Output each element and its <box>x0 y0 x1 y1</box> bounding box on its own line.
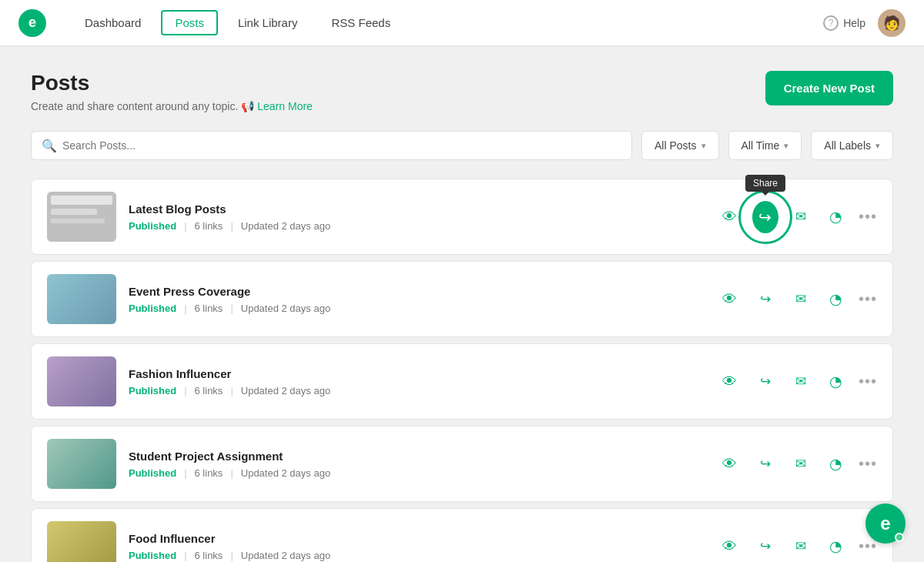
megaphone-icon: 📢 <box>241 100 254 112</box>
post-title: Food Influencer <box>129 532 705 545</box>
filters-row: 🔍 All Posts ▾ All Time ▾ All Labels ▾ <box>31 131 893 160</box>
navbar: e Dashboard Posts Link Library RSS Feeds… <box>0 0 924 46</box>
post-updated: Updated 2 days ago <box>241 385 330 396</box>
status-badge: Published <box>129 303 176 314</box>
post-info: Food Influencer Published | 6 links | Up… <box>129 532 705 561</box>
email-button[interactable]: ✉ <box>788 534 814 560</box>
post-actions: 👁 ↪ ✉ ◔ ••• <box>717 534 877 560</box>
post-row: Fashion Influencer Published | 6 links |… <box>31 343 893 420</box>
post-title: Fashion Influencer <box>129 367 705 380</box>
view-button[interactable]: 👁 <box>717 204 743 230</box>
post-actions: 👁 Share ↪ ✉ ◔ ••• <box>717 204 877 230</box>
post-meta: Published | 6 links | Updated 2 days ago <box>129 220 705 232</box>
post-updated: Updated 2 days ago <box>241 550 330 561</box>
subtitle-text: Create and share content around any topi… <box>31 100 238 112</box>
share-tooltip: Share <box>745 175 785 192</box>
view-button[interactable]: 👁 <box>717 451 743 477</box>
nav-posts[interactable]: Posts <box>161 10 218 35</box>
nav-right: ? Help 🧑 <box>823 9 906 37</box>
all-posts-filter[interactable]: All Posts ▾ <box>641 131 718 160</box>
analytics-button[interactable]: ◔ <box>823 286 849 313</box>
all-labels-filter[interactable]: All Labels ▾ <box>811 131 893 160</box>
brand-logo[interactable]: e <box>18 9 46 37</box>
view-button[interactable]: 👁 <box>717 369 743 395</box>
more-options-button[interactable]: ••• <box>859 455 877 473</box>
search-icon: 🔍 <box>42 139 57 153</box>
post-meta: Published | 6 links | Updated 2 days ago <box>129 303 705 314</box>
analytics-button[interactable]: ◔ <box>823 534 849 560</box>
email-button[interactable]: ✉ <box>788 286 814 313</box>
post-actions: 👁 ↪ ✉ ◔ ••• <box>717 369 877 395</box>
nav-link-library[interactable]: Link Library <box>224 10 312 35</box>
page-title: Posts <box>31 71 313 95</box>
share-button[interactable]: Share ↪ <box>752 204 778 230</box>
post-row: Event Press Coverage Published | 6 links… <box>31 261 893 337</box>
brand-float-logo[interactable]: e <box>865 503 906 544</box>
email-button[interactable]: ✉ <box>788 204 814 230</box>
status-badge: Published <box>129 467 176 479</box>
status-badge: Published <box>129 550 176 561</box>
post-title: Student Project Assignment <box>129 450 705 463</box>
share-icon: ↪ <box>752 201 778 233</box>
post-info: Latest Blog Posts Published | 6 links | … <box>129 202 705 232</box>
post-title: Event Press Coverage <box>129 285 705 298</box>
caret-icon: ▾ <box>875 141 880 151</box>
all-time-filter[interactable]: All Time ▾ <box>728 131 802 160</box>
post-info: Fashion Influencer Published | 6 links |… <box>129 367 705 396</box>
post-thumbnail <box>47 521 116 562</box>
learn-more-link[interactable]: Learn More <box>257 100 313 112</box>
page-title-area: Posts Create and share content around an… <box>31 71 313 112</box>
status-badge: Published <box>129 385 176 396</box>
post-meta: Published | 6 links | Updated 2 days ago <box>129 385 705 396</box>
post-updated: Updated 2 days ago <box>241 467 330 479</box>
post-thumbnail <box>47 356 116 406</box>
view-button[interactable]: 👁 <box>717 286 743 313</box>
post-links: 6 links <box>195 303 223 314</box>
help-label: Help <box>843 17 865 29</box>
post-row: Latest Blog Posts Published | 6 links | … <box>31 179 893 255</box>
analytics-button[interactable]: ◔ <box>823 451 849 477</box>
status-badge: Published <box>129 220 176 232</box>
post-links: 6 links <box>195 467 223 479</box>
more-options-button[interactable]: ••• <box>859 208 877 226</box>
posts-list: Latest Blog Posts Published | 6 links | … <box>31 179 893 562</box>
nav-rss-feeds[interactable]: RSS Feeds <box>317 10 404 35</box>
post-thumbnail <box>47 274 116 324</box>
nav-links: Dashboard Posts Link Library RSS Feeds <box>71 10 798 35</box>
online-dot <box>895 533 904 542</box>
search-wrap: 🔍 <box>31 131 632 160</box>
post-links: 6 links <box>195 220 223 232</box>
main-content: Posts Create and share content around an… <box>0 46 924 562</box>
post-links: 6 links <box>195 550 223 561</box>
page-subtitle: Create and share content around any topi… <box>31 100 313 112</box>
post-actions: 👁 ↪ ✉ ◔ ••• <box>717 451 877 477</box>
post-thumbnail <box>47 192 116 242</box>
post-meta: Published | 6 links | Updated 2 days ago <box>129 467 705 479</box>
create-new-post-button[interactable]: Create New Post <box>765 71 893 105</box>
user-avatar[interactable]: 🧑 <box>878 9 906 37</box>
post-info: Student Project Assignment Published | 6… <box>129 450 705 479</box>
caret-icon: ▾ <box>701 141 706 151</box>
post-updated: Updated 2 days ago <box>241 220 330 232</box>
email-button[interactable]: ✉ <box>788 369 814 395</box>
more-options-button[interactable]: ••• <box>859 290 877 308</box>
share-button[interactable]: ↪ <box>752 534 778 560</box>
caret-icon: ▾ <box>784 141 788 151</box>
nav-dashboard[interactable]: Dashboard <box>71 10 155 35</box>
post-info: Event Press Coverage Published | 6 links… <box>129 285 705 314</box>
search-input[interactable] <box>31 131 632 160</box>
analytics-button[interactable]: ◔ <box>823 369 849 395</box>
view-button[interactable]: 👁 <box>717 534 743 560</box>
post-row: Student Project Assignment Published | 6… <box>31 426 893 502</box>
post-actions: 👁 ↪ ✉ ◔ ••• <box>717 286 877 313</box>
help-icon: ? <box>823 15 839 31</box>
analytics-button[interactable]: ◔ <box>823 204 849 230</box>
help-button[interactable]: ? Help <box>823 15 865 31</box>
more-options-button[interactable]: ••• <box>859 373 877 390</box>
post-thumbnail <box>47 439 116 489</box>
share-button[interactable]: ↪ <box>752 451 778 477</box>
post-links: 6 links <box>195 385 223 396</box>
email-button[interactable]: ✉ <box>788 451 814 477</box>
share-button[interactable]: ↪ <box>752 369 778 395</box>
share-button[interactable]: ↪ <box>752 286 778 313</box>
